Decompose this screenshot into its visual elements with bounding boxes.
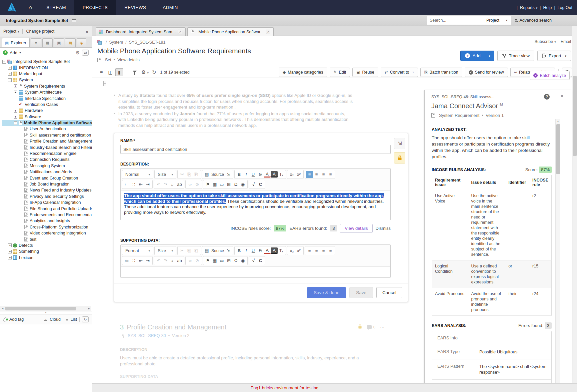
- tree-item-messaging-system[interactable]: Messaging System: [2, 163, 92, 169]
- redo-button[interactable]: ↷: [162, 257, 169, 264]
- tree-item-interface-specification[interactable]: Interface Specification: [2, 95, 92, 101]
- supporting-editor-content[interactable]: [121, 267, 390, 277]
- batch-transition-button[interactable]: ⎘Batch transition: [420, 68, 462, 77]
- tree-item-test[interactable]: test: [2, 236, 92, 242]
- unlink-button[interactable]: ⊘: [194, 181, 201, 188]
- tree-item-user-authentication[interactable]: User Authentication: [2, 126, 92, 132]
- expand-icon[interactable]: +: [8, 256, 12, 259]
- send-for-review-button[interactable]: ✔Send for review: [465, 68, 508, 77]
- collapse-icon[interactable]: −: [8, 78, 12, 82]
- image-button[interactable]: ▦: [211, 181, 218, 188]
- tab-releases[interactable]: ▦: [42, 38, 53, 47]
- redo-button[interactable]: ↷: [162, 181, 169, 188]
- omega-button[interactable]: Ω: [232, 181, 239, 188]
- size-select[interactable]: Size▾: [156, 171, 175, 179]
- subscribe-button[interactable]: Subscribe▾: [535, 39, 556, 44]
- tree-item-defects[interactable]: +Defects: [2, 242, 92, 248]
- image-button[interactable]: ▦: [211, 257, 218, 264]
- tree-item-system-architecture[interactable]: +System Architecture: [2, 89, 92, 95]
- ordered-list-button[interactable]: ≔: [123, 257, 130, 264]
- expand-icon[interactable]: +: [14, 84, 17, 88]
- collapse-icon[interactable]: −: [14, 121, 17, 125]
- advisor-scrollbar[interactable]: ▲: [555, 119, 560, 383]
- lock-icon[interactable]: [394, 152, 405, 164]
- scrollbar-thumb[interactable]: [573, 76, 577, 156]
- tab-components[interactable]: ▣: [54, 38, 64, 47]
- project-menu[interactable]: Project▾: [3, 29, 19, 34]
- scroll-left-icon[interactable]: ◂: [0, 306, 5, 311]
- superscript-button[interactable]: x²: [295, 171, 302, 178]
- reading-view-button[interactable]: ◫: [106, 68, 114, 76]
- tab-explorer[interactable]: ▤Explorer: [2, 38, 30, 47]
- find-button[interactable]: ⌕: [169, 181, 176, 188]
- topnav-log-out[interactable]: Log Out: [558, 5, 572, 10]
- remove-format-button[interactable]: Tₓ: [278, 247, 285, 254]
- tree-item-analytics-and-insights[interactable]: Analytics and Insights: [2, 218, 92, 224]
- scroll-up-icon[interactable]: ▲: [556, 119, 560, 124]
- math-button[interactable]: √: [250, 257, 257, 264]
- text-color-button[interactable]: A: [264, 171, 271, 178]
- scrollbar-thumb[interactable]: [5, 307, 76, 310]
- copy-button[interactable]: ⎘: [186, 247, 193, 254]
- copy-button[interactable]: ⎘: [186, 171, 193, 178]
- expand-icon[interactable]: +: [14, 91, 17, 94]
- change-project-link[interactable]: Change project: [26, 29, 54, 34]
- tree-item-news-feed-and-industry-updates[interactable]: News Feed and Industry Updates: [2, 187, 92, 193]
- style-select[interactable]: Format▾: [123, 247, 152, 255]
- bg-color-button[interactable]: A: [271, 247, 278, 254]
- environment-link[interactable]: Eng1 bricks environment for testing...: [251, 385, 322, 390]
- save-button[interactable]: Save: [349, 287, 373, 298]
- add-tag-button[interactable]: Add tag: [9, 317, 24, 322]
- underline-button[interactable]: U: [250, 171, 257, 178]
- folder-button[interactable]: ▭: [218, 181, 225, 188]
- size-select[interactable]: Size▾: [156, 247, 175, 255]
- paste-button[interactable]: ⎗: [193, 247, 200, 254]
- tree-item-endorsements-and-recommendations[interactable]: Endorsements and Recommendations: [2, 212, 92, 218]
- tree-item-video-conferencing-integration[interactable]: Video conferencing integration: [2, 230, 92, 236]
- nav-item-admin[interactable]: ADMIN: [154, 0, 186, 15]
- convert-to-button[interactable]: ⇄Convert to▾: [381, 68, 418, 77]
- subscript-button[interactable]: x₂: [288, 171, 295, 178]
- view-details-link[interactable]: View details: [117, 58, 139, 62]
- underline-button[interactable]: U: [250, 247, 257, 254]
- table-button[interactable]: ⊞: [225, 181, 232, 188]
- superscript-button[interactable]: x²: [295, 247, 302, 254]
- expand-icon[interactable]: +: [14, 109, 17, 113]
- omega-button[interactable]: Ω: [232, 257, 239, 264]
- scrollbar-thumb[interactable]: [556, 124, 560, 174]
- sidebar-add-button[interactable]: Add: [10, 50, 17, 55]
- home-icon[interactable]: ⌂: [23, 4, 38, 11]
- tree-item-software[interactable]: +Software: [2, 114, 92, 120]
- filter-icon[interactable]: [133, 71, 137, 73]
- tree-item-connection-requests[interactable]: Connection Requests: [2, 157, 92, 163]
- align-justify-button[interactable]: ≡: [327, 171, 334, 178]
- close-icon[interactable]: ×: [266, 30, 270, 34]
- outdent-button[interactable]: ⇤: [137, 257, 144, 264]
- bulleted-list-button[interactable]: ∷: [130, 181, 137, 188]
- chem-button[interactable]: C: [257, 181, 264, 188]
- batch-analyze-button[interactable]: ✔ Batch analyze: [530, 71, 570, 80]
- chem-button[interactable]: C: [257, 257, 264, 264]
- replace-button[interactable]: ab: [176, 257, 183, 264]
- bulleted-list-button[interactable]: ∷: [130, 257, 137, 264]
- sidebar-horizontal-scrollbar[interactable]: ◂ ▸: [0, 306, 91, 311]
- expand-icon[interactable]: +: [8, 250, 12, 253]
- more-actions-icon[interactable]: ⋯: [380, 324, 385, 330]
- document-tab-dashboard-integrate[interactable]: Dashboard: Integrated System Sam...×: [96, 27, 186, 36]
- panel-resize-grip[interactable]: ▾: [0, 311, 92, 314]
- cut-button[interactable]: ✂: [179, 171, 186, 178]
- bold-button[interactable]: B: [236, 247, 243, 254]
- document-tab-mobile-phone-applica[interactable]: Mobile Phone Application Softwar...×: [187, 27, 274, 36]
- add-dropdown-button[interactable]: ▾: [485, 51, 494, 61]
- tree-item-lexicon[interactable]: +Lexicon: [2, 255, 92, 261]
- list-view-button[interactable]: ≡: [97, 68, 105, 76]
- page-scrollbar[interactable]: [572, 26, 577, 383]
- align-justify-button[interactable]: ≡: [327, 247, 334, 254]
- search-scope-dropdown[interactable]: Project ▾: [483, 16, 511, 25]
- expand-icon[interactable]: +: [8, 72, 12, 76]
- nav-item-projects[interactable]: PROJECTS: [74, 0, 116, 15]
- comments-icon[interactable]: [367, 325, 372, 329]
- accessibility-button[interactable]: ◉: [239, 257, 246, 264]
- subscript-button[interactable]: x₂: [288, 247, 295, 254]
- breadcrumb-system[interactable]: System: [109, 40, 123, 45]
